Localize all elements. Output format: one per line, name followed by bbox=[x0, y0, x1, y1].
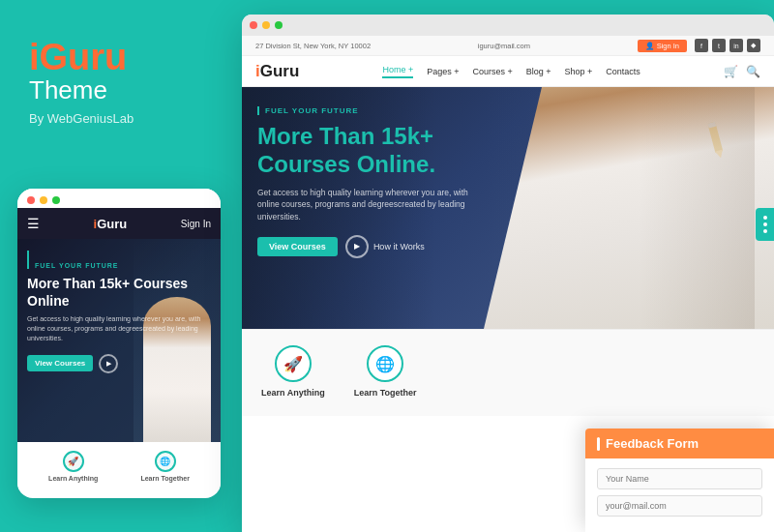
desktop-email: iguru@mail.com bbox=[478, 42, 530, 50]
feedback-side-tab[interactable] bbox=[756, 208, 774, 241]
mobile-hamburger-icon[interactable]: ☰ bbox=[27, 216, 40, 231]
nav-item-home[interactable]: Home + bbox=[382, 65, 413, 78]
hero-title-line1: More Than 15k+ bbox=[257, 123, 433, 149]
desktop-dot-yellow bbox=[262, 21, 270, 29]
tab-dot-2 bbox=[763, 222, 767, 226]
learn-anything-label: Learn Anything bbox=[261, 388, 325, 398]
mobile-bottom-item-1: 🚀 Learn Anything bbox=[48, 451, 98, 482]
mobile-dot-green bbox=[52, 196, 60, 204]
hero-buttons: View Courses ▶ How it Works bbox=[257, 235, 470, 258]
nav-item-contacts[interactable]: Contacts bbox=[606, 67, 640, 76]
feedback-header: Feedback Form bbox=[585, 429, 774, 458]
desktop-dot-green bbox=[275, 21, 283, 29]
play-label: How it Works bbox=[373, 242, 425, 251]
desktop-main-nav: iGuru Home + Pages + Courses + Blog + Sh… bbox=[242, 56, 774, 87]
tab-dot-1 bbox=[763, 216, 767, 220]
nav-item-pages[interactable]: Pages + bbox=[427, 67, 459, 76]
mobile-globe-icon: 🌐 bbox=[155, 451, 176, 472]
bottom-item-learn-together: 🌐 Learn Together bbox=[354, 345, 417, 398]
tab-dot-3 bbox=[763, 229, 767, 233]
mobile-hero-title: More Than 15k+ Courses Online bbox=[17, 269, 221, 310]
hero-subtitle: Get access to high quality learning wher… bbox=[257, 187, 470, 223]
desktop-address: 27 Division St, New York, NY 10002 bbox=[255, 42, 371, 50]
desktop-logo: iGuru bbox=[255, 62, 299, 81]
brand-title: iGuru Theme By WebGeniusLab bbox=[29, 39, 213, 126]
hero-tag: FUEL YOUR FUTURE bbox=[257, 106, 470, 115]
left-panel: iGuru Theme By WebGeniusLab ☰ iGuru Sign… bbox=[0, 0, 242, 532]
view-courses-button[interactable]: View Courses bbox=[257, 237, 338, 256]
learn-together-label: Learn Together bbox=[354, 388, 417, 398]
desktop-signin-button[interactable]: 👤Sign In bbox=[638, 40, 687, 52]
mobile-hero-tag: FUEL YOUR FUTURE bbox=[27, 251, 221, 269]
feedback-title: Feedback Form bbox=[606, 436, 699, 451]
feedback-email-input[interactable] bbox=[597, 495, 762, 517]
mobile-play-button[interactable]: ▶ bbox=[99, 354, 118, 373]
desktop-topbar: 27 Division St, New York, NY 10002 iguru… bbox=[242, 36, 774, 56]
mobile-titlebar bbox=[17, 189, 221, 208]
mobile-learn-together-label: Learn Together bbox=[140, 475, 189, 482]
mobile-bottom-item-2: 🌐 Learn Together bbox=[140, 451, 189, 482]
brand-theme: Theme bbox=[29, 75, 213, 105]
mobile-signin-label[interactable]: Sign In bbox=[181, 219, 211, 229]
feedback-name-input[interactable] bbox=[597, 468, 762, 489]
mobile-hero: FUEL YOUR FUTURE More Than 15k+ Courses … bbox=[17, 239, 221, 442]
how-it-works-button[interactable]: ▶ How it Works bbox=[345, 235, 425, 258]
desktop-hero-section: FUEL YOUR FUTURE More Than 15k+ Courses … bbox=[242, 87, 774, 329]
desktop-dot-red bbox=[250, 21, 257, 29]
desktop-mockup: 27 Division St, New York, NY 10002 iguru… bbox=[242, 15, 774, 532]
hero-title-line2: Courses Online. bbox=[257, 151, 435, 177]
desktop-bottom-section: 🚀 Learn Anything 🌐 Learn Together bbox=[242, 329, 774, 416]
bottom-item-learn-anything: 🚀 Learn Anything bbox=[261, 345, 325, 398]
feedback-header-bar bbox=[597, 437, 600, 451]
rocket-icon: 🚀 bbox=[275, 345, 312, 382]
twitter-icon[interactable]: t bbox=[712, 39, 726, 52]
mobile-hero-subtitle: Get access to high quality learning wher… bbox=[17, 310, 221, 347]
feedback-panel: Feedback Form bbox=[585, 429, 774, 532]
mobile-learn-anything-label: Learn Anything bbox=[48, 475, 98, 482]
mobile-dot-red bbox=[27, 196, 35, 204]
hero-title: More Than 15k+ Courses Online. bbox=[257, 123, 470, 179]
mobile-view-courses-button[interactable]: View Courses bbox=[27, 355, 93, 371]
brand-iguru: iGuru bbox=[29, 39, 213, 75]
brand-by: By WebGeniusLab bbox=[29, 111, 213, 126]
cart-icon[interactable]: 🛒 bbox=[724, 65, 738, 78]
mobile-mockup: ☰ iGuru Sign In FUEL YOUR FUTURE More Th… bbox=[17, 189, 221, 498]
mobile-hero-buttons: View Courses ▶ bbox=[17, 348, 221, 379]
desktop-nav-icons: 🛒 🔍 bbox=[724, 65, 760, 78]
facebook-icon[interactable]: f bbox=[695, 39, 708, 52]
mobile-bottom-section: 🚀 Learn Anything 🌐 Learn Together bbox=[17, 442, 221, 490]
mobile-header: ☰ iGuru Sign In bbox=[17, 208, 221, 239]
nav-item-courses[interactable]: Courses + bbox=[473, 67, 513, 76]
search-icon[interactable]: 🔍 bbox=[746, 65, 760, 78]
hero-content: FUEL YOUR FUTURE More Than 15k+ Courses … bbox=[257, 106, 470, 258]
globe-icon: 🌐 bbox=[367, 345, 403, 382]
nav-item-blog[interactable]: Blog + bbox=[526, 67, 551, 76]
mobile-rocket-icon: 🚀 bbox=[63, 451, 84, 472]
brand-i: i bbox=[29, 37, 40, 77]
linkedin-icon[interactable]: in bbox=[729, 39, 743, 52]
mobile-dot-yellow bbox=[40, 196, 47, 204]
nav-item-shop[interactable]: Shop + bbox=[565, 67, 593, 76]
desktop-nav-items: Home + Pages + Courses + Blog + Shop + C… bbox=[382, 65, 640, 78]
feedback-body bbox=[585, 458, 774, 532]
instagram-icon[interactable]: ◆ bbox=[747, 39, 760, 52]
desktop-titlebar bbox=[242, 15, 774, 36]
mobile-logo: iGuru bbox=[94, 217, 128, 231]
play-icon: ▶ bbox=[345, 235, 369, 258]
desktop-social-icons: f t in ◆ bbox=[695, 39, 760, 52]
